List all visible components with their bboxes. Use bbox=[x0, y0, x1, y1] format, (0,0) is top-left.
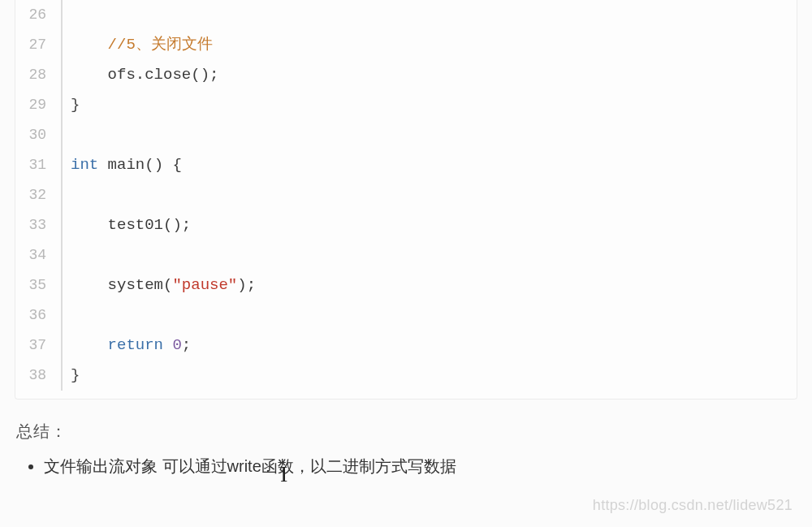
code-line: int main() { bbox=[63, 150, 182, 180]
code-line: } bbox=[63, 361, 80, 391]
code-row: 32 bbox=[15, 180, 797, 210]
watermark-text: https://blog.csdn.net/lidew521 bbox=[593, 497, 793, 514]
line-number: 31 bbox=[15, 150, 61, 180]
code-line: system("pause"); bbox=[63, 270, 256, 300]
line-number: 37 bbox=[15, 330, 61, 361]
code-row: 30 bbox=[15, 120, 797, 150]
code-row: 38} bbox=[15, 361, 797, 391]
code-line: ofs.close(); bbox=[63, 60, 218, 90]
line-number: 28 bbox=[15, 60, 61, 90]
code-line: return 0; bbox=[63, 330, 191, 361]
gutter-separator bbox=[61, 120, 63, 150]
code-block: 26 27 //5、关闭文件28 ofs.close();29}3031int … bbox=[15, 0, 797, 400]
code-row: 27 //5、关闭文件 bbox=[15, 30, 797, 60]
line-number: 38 bbox=[15, 361, 61, 391]
summary-list: 文件输出流对象 可以通过write函数，以二进制方式写数据 bbox=[44, 452, 796, 480]
line-number: 27 bbox=[15, 30, 61, 60]
code-row: 35 system("pause"); bbox=[15, 270, 797, 300]
line-number: 33 bbox=[15, 210, 61, 240]
line-number: 26 bbox=[15, 0, 61, 30]
code-row: 26 bbox=[15, 0, 797, 30]
code-row: 28 ofs.close(); bbox=[15, 60, 797, 90]
line-number: 29 bbox=[15, 90, 61, 120]
gutter-separator bbox=[61, 180, 63, 210]
line-number: 35 bbox=[15, 270, 61, 300]
code-line: test01(); bbox=[63, 210, 191, 240]
code-row: 34 bbox=[15, 240, 797, 270]
gutter-separator bbox=[61, 300, 63, 330]
code-row: 29} bbox=[15, 90, 797, 120]
summary-heading: 总结： bbox=[16, 421, 796, 443]
code-line: } bbox=[63, 90, 80, 120]
code-row: 33 test01(); bbox=[15, 210, 797, 240]
code-row: 37 return 0; bbox=[15, 330, 797, 361]
line-number: 36 bbox=[15, 300, 61, 330]
line-number: 30 bbox=[15, 120, 61, 150]
code-row: 31int main() { bbox=[15, 150, 797, 180]
gutter-separator bbox=[61, 240, 63, 270]
code-line: //5、关闭文件 bbox=[63, 30, 213, 60]
code-row: 36 bbox=[15, 300, 797, 330]
line-number: 32 bbox=[15, 180, 61, 210]
code-line bbox=[63, 0, 108, 30]
line-number: 34 bbox=[15, 240, 61, 270]
summary-bullet-1: 文件输出流对象 可以通过write函数，以二进制方式写数据 bbox=[44, 452, 796, 480]
